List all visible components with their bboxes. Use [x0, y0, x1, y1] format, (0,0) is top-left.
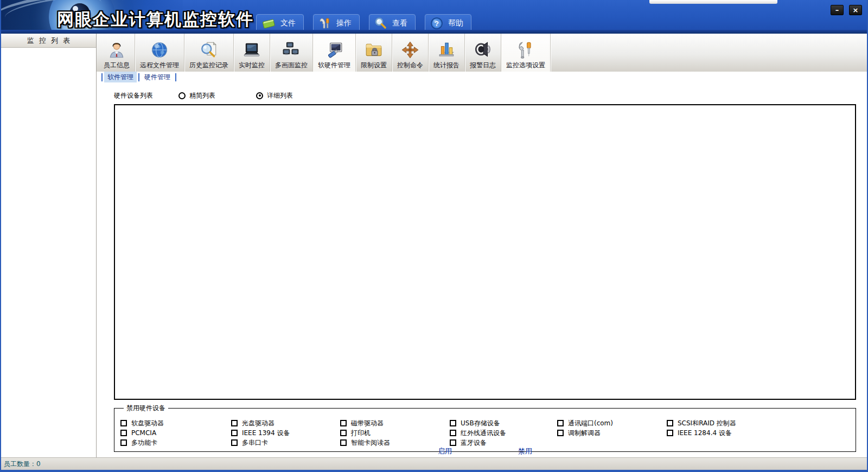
- toolbar-alarm-log-label: 报警日志: [470, 61, 496, 70]
- checkbox-cd-drive[interactable]: 光盘驱动器: [231, 418, 340, 428]
- main-area: 员工信息 远程文件管理: [97, 34, 867, 457]
- checkbox-scsi-raid-controller[interactable]: SCSI和RAID 控制器: [667, 418, 736, 428]
- checkbox-icon: [120, 420, 127, 426]
- checkbox-modem[interactable]: 调制解调器: [557, 428, 667, 438]
- realtime-monitor-icon: [242, 40, 261, 60]
- toolbar-employee-info-label: 员工信息: [104, 61, 130, 70]
- tab-separator: [138, 73, 139, 81]
- checkbox-grid: 软盘驱动器 PCMCIA 多功能卡: [120, 418, 856, 448]
- checkbox-ieee1394-label: IEEE 1394 设备: [242, 429, 290, 438]
- checkbox-com-port-label: 通讯端口(com): [568, 419, 613, 428]
- control-command-icon: [401, 40, 419, 60]
- checkbox-icon: [450, 430, 456, 436]
- checkbox-usb-storage[interactable]: USB存储设备: [450, 418, 557, 428]
- menu-view-label: 查看: [392, 18, 407, 28]
- history-record-icon: [200, 40, 218, 60]
- toolbar-multiscreen-monitor[interactable]: 多画面监控: [270, 34, 313, 72]
- checkbox-com-port[interactable]: 通讯端口(com): [557, 418, 667, 428]
- menu-operations-button[interactable]: 操作: [313, 14, 360, 32]
- toolbar-multiscreen-label: 多画面监控: [275, 61, 308, 70]
- monitor-list-panel[interactable]: [1, 48, 96, 457]
- toolbar-statistics-report[interactable]: 统计报告: [429, 34, 465, 72]
- hardware-device-list-label: 硬件设备列表: [114, 91, 153, 100]
- toolbar-history-records-label: 历史监控记录: [189, 61, 228, 70]
- help-icon: ?: [430, 17, 443, 30]
- toolbar-realtime-monitor[interactable]: 实时监控: [234, 34, 270, 72]
- checkbox-ieee1284-device[interactable]: IEEE 1284.4 设备: [667, 428, 736, 438]
- toolbar-remote-file-management[interactable]: 远程文件管理: [135, 34, 184, 72]
- toolbar-employee-info[interactable]: 员工信息: [99, 34, 135, 72]
- menu-view-button[interactable]: 查看: [369, 14, 416, 32]
- app-title: 网眼企业计算机监控软件: [57, 8, 254, 31]
- disable-link[interactable]: 禁用: [518, 447, 532, 456]
- checkbox-scsi-raid-label: SCSI和RAID 控制器: [678, 419, 736, 428]
- window-controls: – ×: [831, 5, 862, 15]
- action-links-row: 启用 禁用: [114, 447, 856, 457]
- toolbar-history-records[interactable]: 历史监控记录: [184, 34, 234, 72]
- checkbox-smartcard-reader-label: 智能卡阅读器: [351, 438, 390, 448]
- enable-link[interactable]: 启用: [438, 447, 452, 456]
- radio-simple-list[interactable]: 精简列表: [178, 91, 215, 100]
- checkbox-tape-drive-label: 磁带驱动器: [351, 419, 384, 428]
- checkbox-bluetooth-label: 蓝牙设备: [461, 438, 487, 448]
- remote-file-icon: [150, 40, 169, 60]
- radio-unselected-icon: [178, 92, 186, 99]
- checkbox-icon: [450, 439, 456, 446]
- checkbox-icon: [340, 439, 347, 446]
- minimize-button[interactable]: –: [831, 5, 844, 15]
- toolbar-realtime-monitor-label: 实时监控: [239, 61, 265, 70]
- statusbar: 员工数量：0: [1, 457, 867, 470]
- radio-detailed-list[interactable]: 详细列表: [256, 91, 293, 100]
- checkbox-infrared-label: 红外线通讯设备: [461, 429, 506, 438]
- restriction-icon: [365, 40, 383, 60]
- checkbox-floppy-drive[interactable]: 软盘驱动器: [120, 418, 231, 428]
- checkbox-pcmcia-label: PCMCIA: [131, 429, 156, 437]
- toolbar-statistics-label: 统计报告: [433, 61, 459, 70]
- checkbox-multifunction-card-label: 多功能卡: [131, 438, 157, 448]
- checkbox-icon: [231, 420, 238, 426]
- multiscreen-icon: [282, 40, 301, 60]
- sidebar: 监控列表: [1, 34, 97, 457]
- checkbox-icon: [231, 430, 238, 436]
- checkbox-pcmcia[interactable]: PCMCIA: [120, 428, 231, 438]
- toolbar-control-commands[interactable]: 控制命令: [392, 34, 429, 72]
- close-button[interactable]: ×: [849, 5, 862, 15]
- tab-software-management[interactable]: 软件管理: [104, 72, 137, 83]
- toolbar-remote-file-label: 远程文件管理: [140, 61, 179, 70]
- tab-separator: [101, 73, 103, 81]
- checkbox-printer[interactable]: 打印机: [340, 428, 450, 438]
- checkbox-tape-drive[interactable]: 磁带驱动器: [340, 418, 450, 428]
- menu-file-button[interactable]: 文件: [256, 14, 304, 32]
- checkbox-icon: [557, 420, 564, 426]
- radio-detailed-list-label: 详细列表: [267, 91, 293, 100]
- toolbar-alarm-log[interactable]: 报警日志: [465, 34, 501, 72]
- checkbox-column-3: 磁带驱动器 打印机 智能卡阅读器: [340, 418, 450, 448]
- svg-text:?: ?: [435, 20, 439, 28]
- toolbar-control-commands-label: 控制命令: [397, 61, 423, 70]
- tab-hardware-management[interactable]: 硬件管理: [141, 72, 174, 83]
- menu-help-button[interactable]: ? 帮助: [425, 14, 471, 32]
- employee-count: 员工数量：0: [4, 460, 41, 469]
- toolbar-monitor-options-label: 监控选项设置: [506, 61, 545, 70]
- checkbox-icon: [450, 420, 456, 426]
- view-icon: [374, 17, 387, 30]
- checkbox-column-6: SCSI和RAID 控制器 IEEE 1284.4 设备: [667, 418, 736, 448]
- file-icon: [261, 17, 276, 29]
- toolbar: 员工信息 远程文件管理: [97, 34, 867, 72]
- body-row: 监控列表 员工信息: [1, 34, 867, 457]
- checkbox-infrared-device[interactable]: 红外线通讯设备: [450, 428, 557, 438]
- checkbox-icon: [340, 420, 347, 426]
- checkbox-ieee1394-device[interactable]: IEEE 1394 设备: [231, 428, 340, 438]
- device-list-panel[interactable]: [114, 104, 856, 400]
- toolbar-restriction-settings[interactable]: 限制设置: [356, 34, 392, 72]
- menu-help-label: 帮助: [448, 18, 463, 28]
- menu-operations-label: 操作: [336, 18, 352, 28]
- window-bottom-border: [1, 470, 867, 472]
- toolbar-hardware-software-management[interactable]: 软硬件管理: [313, 34, 356, 72]
- content-area: 硬件设备列表 精简列表 详细列表 禁用硬件设备: [97, 82, 867, 457]
- checkbox-multi-serial-card-label: 多串口卡: [242, 438, 268, 448]
- checkbox-cd-drive-label: 光盘驱动器: [242, 419, 275, 428]
- hardware-software-icon: [325, 40, 343, 60]
- checkbox-icon: [667, 420, 673, 426]
- toolbar-monitor-options[interactable]: 监控选项设置: [501, 34, 551, 72]
